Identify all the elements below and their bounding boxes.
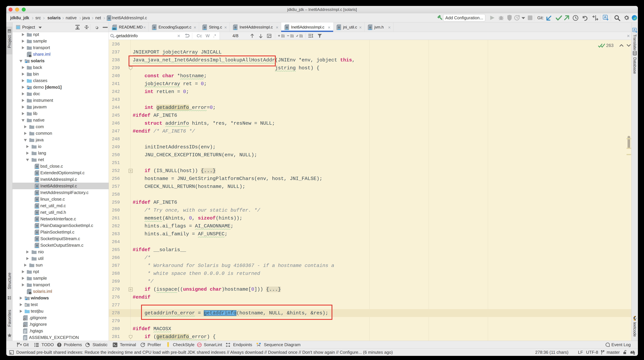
svg-text:MD: MD <box>113 28 116 30</box>
svg-text:?: ? <box>632 350 633 353</box>
